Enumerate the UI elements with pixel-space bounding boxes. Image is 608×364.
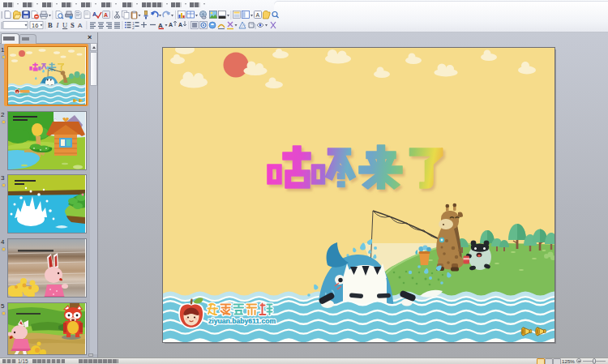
svg-text:A: A	[104, 12, 108, 18]
svg-text:B: B	[48, 21, 53, 29]
svg-text:A: A	[178, 22, 182, 28]
svg-text:S: S	[71, 21, 75, 29]
svg-text:16: 16	[32, 22, 38, 29]
svg-text:ziyuan.baby611.com: ziyuan.baby611.com	[208, 317, 276, 325]
svg-text:A: A	[92, 11, 96, 17]
svg-text:A: A	[256, 12, 260, 18]
svg-text:I: I	[56, 21, 60, 29]
svg-text:A: A	[78, 22, 83, 29]
svg-text:U: U	[62, 21, 67, 29]
svg-text:A: A	[169, 22, 173, 28]
svg-text:2: 2	[132, 25, 135, 30]
